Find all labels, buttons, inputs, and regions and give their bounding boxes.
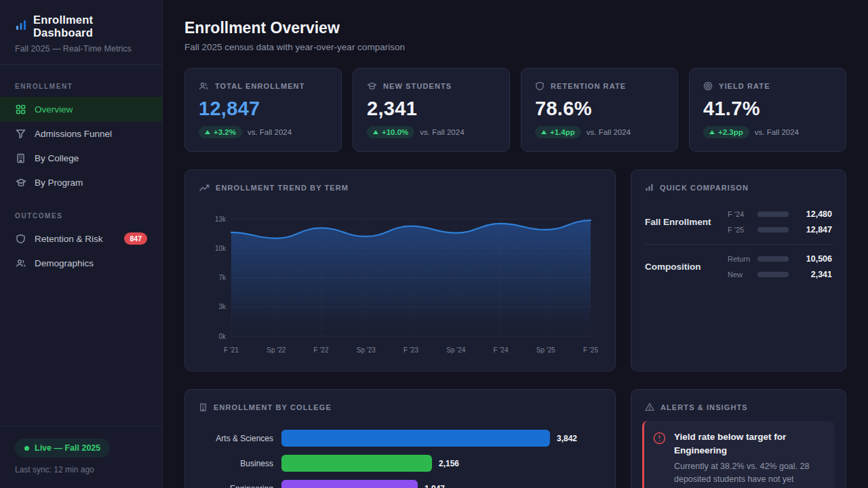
college-bar-row: Arts & Sciences3,842	[185, 430, 615, 447]
up-arrow-icon	[373, 130, 378, 134]
qc-row: F '25 12,847	[728, 225, 832, 235]
qc-bar	[757, 211, 789, 217]
kpi-card-new-students: NEW STUDENTS 2,341 +10.0% vs. Fall 2024	[353, 68, 510, 152]
funnel-icon	[15, 128, 26, 140]
sidebar-item-retention-risk[interactable]: Retention & Risk 847	[0, 226, 162, 251]
sidebar-item-label: By College	[35, 153, 79, 163]
svg-text:F '24: F '24	[494, 346, 509, 354]
sidebar-item-label: Demographics	[35, 258, 94, 268]
alerts-title: ALERTS & INSIGHTS	[660, 403, 748, 411]
sidebar-item-demographics[interactable]: Demographics	[0, 251, 162, 275]
up-arrow-icon	[541, 130, 547, 134]
college-chart-card: ENROLLMENT BY COLLEGE Arts & Sciences3,8…	[184, 389, 616, 488]
kpi-label: NEW STUDENTS	[383, 82, 452, 90]
main-content: Enrollment Overview Fall 2025 census dat…	[163, 0, 868, 488]
kpi-card-yield-rate: YIELD RATE 41.7% +2.3pp vs. Fall 2024	[689, 68, 846, 152]
college-bar-row: Business2,156	[185, 455, 615, 472]
bar-chart-icon	[645, 183, 654, 192]
up-arrow-icon	[709, 130, 715, 134]
building-icon	[15, 152, 26, 164]
sidebar-item-label: By Program	[35, 178, 83, 188]
shield-icon	[15, 233, 26, 245]
svg-text:F '21: F '21	[224, 346, 239, 354]
svg-text:3k: 3k	[218, 303, 226, 310]
qc-row-label: Return	[728, 255, 757, 263]
svg-text:0k: 0k	[218, 333, 226, 340]
college-label: Arts & Sciences	[199, 434, 281, 443]
kpi-label: RETENTION RATE	[551, 82, 626, 90]
kpi-value: 12,847	[185, 91, 341, 120]
kpi-compare-text: vs. Fall 2024	[755, 128, 799, 136]
sidebar-item-overview[interactable]: Overview	[0, 97, 162, 121]
qc-group-label: Fall Enrollment	[645, 217, 728, 227]
qc-value: 10,506	[795, 254, 832, 264]
page-title: Enrollment Overview	[184, 19, 340, 37]
qc-bar	[757, 272, 789, 277]
alert-exclamation-icon	[653, 432, 666, 486]
sidebar-item-by-college[interactable]: By College	[0, 146, 162, 170]
kpi-card-total-enrollment: TOTAL ENROLLMENT 12,847 +3.2% vs. Fall 2…	[184, 68, 342, 152]
qc-group-fall-enrollment: Fall Enrollment F '24 12,480 F '25 12,84…	[631, 209, 846, 235]
kpi-compare-text: vs. Fall 2024	[248, 128, 292, 136]
kpi-delta-badge: +10.0%	[367, 126, 414, 138]
college-value: 3,842	[557, 434, 577, 443]
page-subtitle: Fall 2025 census data with year-over-yea…	[184, 42, 405, 52]
college-value: 2,156	[439, 459, 459, 468]
college-bar-row: Engineering1,947	[185, 480, 615, 488]
kpi-label: YIELD RATE	[719, 82, 770, 90]
live-status-badge: Live — Fall 2025	[15, 439, 110, 458]
svg-text:Sp '22: Sp '22	[267, 346, 285, 354]
app-title: Enrollment Dashboard	[33, 14, 147, 39]
kpi-value: 41.7%	[690, 91, 846, 120]
college-bar	[281, 455, 432, 472]
college-value: 1,947	[425, 484, 445, 488]
alert-item: Yield rate below target for Engineering …	[642, 421, 835, 488]
risk-count-badge: 847	[124, 232, 147, 245]
qc-row-label: F '24	[728, 210, 757, 218]
last-sync-text: Last sync: 12 min ago	[15, 465, 147, 474]
college-bar	[281, 430, 550, 447]
qc-value: 12,847	[795, 225, 832, 235]
section-label-outcomes: OUTCOMES	[0, 212, 162, 220]
live-dot-icon	[24, 446, 29, 451]
college-label: Business	[199, 459, 281, 468]
alerts-card: ALERTS & INSIGHTS Yield rate below targe…	[631, 389, 846, 488]
svg-text:F '22: F '22	[314, 346, 329, 354]
divider	[645, 244, 832, 245]
grid-icon	[15, 104, 26, 115]
kpi-value: 78.6%	[521, 91, 677, 120]
kpi-delta-badge: +3.2%	[199, 126, 242, 138]
graduation-cap-icon	[15, 177, 26, 188]
college-bar-chart: Arts & Sciences3,842Business2,156Enginee…	[185, 430, 615, 488]
sidebar-item-label: Overview	[35, 104, 73, 115]
qc-row: F '24 12,480	[728, 209, 832, 219]
qc-value: 2,341	[795, 270, 832, 279]
app-subtitle: Fall 2025 — Real-Time Metrics	[15, 44, 147, 54]
kpi-value: 2,341	[353, 91, 509, 120]
enrollment-trend-chart: 0k3k7k10k13kF '21Sp '22F '22Sp '23F '23S…	[199, 212, 600, 361]
kpi-delta-badge: +1.4pp	[535, 126, 581, 138]
college-chart-title: ENROLLMENT BY COLLEGE	[214, 403, 332, 411]
kpi-delta-badge: +2.3pp	[703, 126, 749, 138]
svg-text:F '23: F '23	[403, 346, 418, 354]
sidebar-item-admissions-funnel[interactable]: Admissions Funnel	[0, 121, 162, 146]
section-label-enrollment: ENROLLMENT	[0, 83, 162, 90]
kpi-compare-text: vs. Fall 2024	[420, 128, 464, 136]
sidebar-item-by-program[interactable]: By Program	[0, 170, 162, 195]
up-arrow-icon	[205, 130, 210, 134]
qc-group-label: Composition	[645, 262, 728, 272]
svg-text:Sp '24: Sp '24	[446, 346, 465, 354]
sidebar-header: Enrollment Dashboard Fall 2025 — Real-Ti…	[0, 0, 162, 65]
trend-chart-title: ENROLLMENT TREND BY TERM	[216, 184, 349, 192]
target-icon	[703, 81, 713, 91]
building-icon	[199, 403, 208, 412]
warning-triangle-icon	[645, 403, 654, 411]
svg-text:10k: 10k	[215, 245, 226, 252]
quick-comparison-title: QUICK COMPARISON	[660, 184, 749, 192]
kpi-card-retention-rate: RETENTION RATE 78.6% +1.4pp vs. Fall 202…	[521, 68, 678, 152]
sidebar-item-label: Admissions Funnel	[35, 129, 112, 139]
svg-text:F '25: F '25	[583, 346, 598, 354]
graduation-cap-icon	[367, 81, 377, 91]
kpi-label: TOTAL ENROLLMENT	[215, 82, 304, 90]
alert-title: Yield rate below target for Engineering	[674, 430, 825, 457]
